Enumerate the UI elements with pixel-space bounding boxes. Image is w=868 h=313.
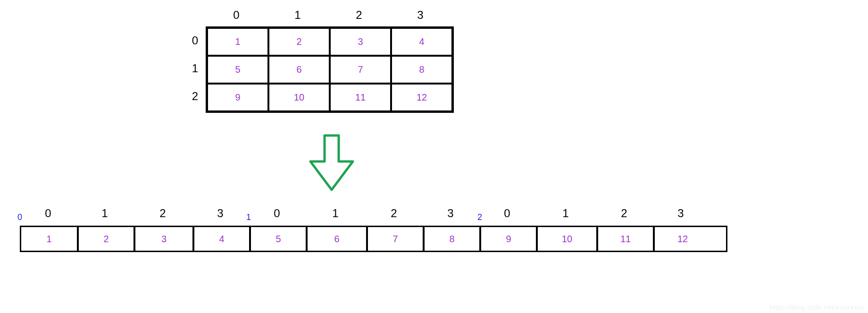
matrix-cell: 2 — [268, 28, 330, 56]
matrix-cell: 12 — [391, 84, 452, 111]
flat-col-index: 0 — [45, 207, 51, 220]
flat-cell: 11 — [597, 227, 654, 251]
matrix-col-headers: 0 1 2 3 — [206, 8, 454, 22]
matrix-cell: 1 — [207, 28, 268, 56]
matrix-cell: 10 — [268, 84, 330, 111]
flat-group-index: 2 — [477, 212, 482, 222]
flat-row: 1 2 3 4 5 6 7 8 9 10 11 12 — [20, 226, 727, 252]
matrix-cell: 5 — [207, 56, 268, 84]
flat-col-index: 2 — [159, 207, 166, 220]
flat-col-index: 3 — [217, 207, 223, 220]
matrix-cell: 7 — [330, 56, 391, 84]
flat-col-index: 0 — [504, 207, 510, 220]
flat-group-index: 1 — [246, 212, 251, 222]
col-index: 0 — [206, 8, 267, 22]
flat-cell: 5 — [250, 227, 307, 251]
flat-col-index: 1 — [332, 207, 338, 220]
flat-cell: 4 — [193, 227, 250, 251]
flat-col-index: 0 — [274, 207, 280, 220]
matrix-2d: 0 1 2 3 0 1 2 1 2 3 4 5 6 7 8 9 10 11 12 — [187, 8, 454, 113]
flat-group-index: 0 — [17, 212, 22, 222]
flat-cell: 12 — [654, 227, 710, 251]
flat-col-index: 3 — [677, 207, 684, 220]
flat-cell: 3 — [134, 227, 193, 251]
flat-col-index: 1 — [101, 207, 108, 220]
flat-cell: 9 — [480, 227, 537, 251]
flat-cell: 7 — [367, 227, 424, 251]
flat-cell: 2 — [78, 227, 134, 251]
arrow-down-icon — [308, 133, 355, 196]
matrix-cell: 11 — [330, 84, 391, 111]
col-index: 1 — [267, 8, 328, 22]
matrix-row-headers: 0 1 2 — [187, 26, 206, 113]
row-index: 1 — [187, 54, 206, 82]
flat-col-index: 1 — [562, 207, 568, 220]
flat-col-index: 2 — [391, 207, 397, 220]
matrix-cell: 9 — [207, 84, 268, 111]
matrix-cell: 6 — [268, 56, 330, 84]
flat-col-index: 2 — [621, 207, 627, 220]
flat-col-index: 3 — [447, 207, 453, 220]
flat-cell: 6 — [307, 227, 367, 251]
flat-cell: 1 — [21, 227, 78, 251]
flat-cell: 10 — [537, 227, 597, 251]
matrix-cell: 8 — [391, 56, 452, 84]
row-index: 0 — [187, 26, 206, 54]
matrix-cell: 4 — [391, 28, 452, 56]
col-index: 3 — [390, 8, 451, 22]
matrix-grid: 1 2 3 4 5 6 7 8 9 10 11 12 — [206, 26, 454, 113]
watermark: https://blog.csdn.net/xxxxxxxx — [770, 304, 864, 311]
matrix-cell: 3 — [330, 28, 391, 56]
flat-headers: 0 0 1 2 3 1 0 1 2 3 2 0 1 2 3 — [20, 207, 727, 226]
array-1d: 0 0 1 2 3 1 0 1 2 3 2 0 1 2 3 1 2 3 4 5 … — [20, 207, 727, 252]
flat-cell: 8 — [424, 227, 480, 251]
row-index: 2 — [187, 82, 206, 110]
col-index: 2 — [328, 8, 390, 22]
